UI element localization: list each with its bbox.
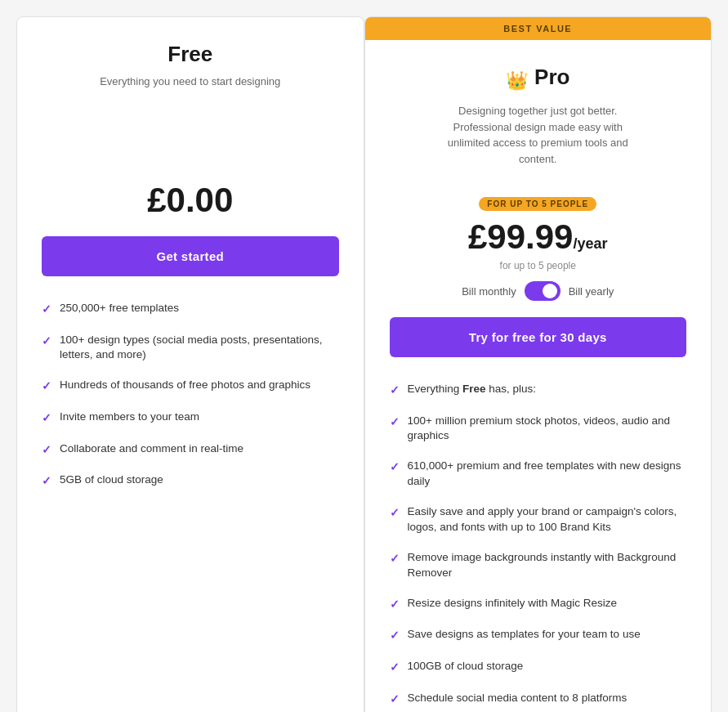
check-icon: ✓ [42, 410, 51, 427]
pro-plan-description: Designing together just got better. Prof… [431, 103, 644, 167]
check-icon: ✓ [42, 334, 51, 350]
check-icon: ✓ [390, 551, 400, 567]
feature-text: 610,000+ premium and free templates with… [408, 459, 687, 490]
check-icon: ✓ [390, 597, 400, 613]
feature-text-intro: Everything Free has, plus: [408, 382, 537, 397]
check-icon: ✓ [42, 378, 51, 395]
check-icon: ✓ [390, 628, 400, 644]
pro-cta-button[interactable]: Try for free for 30 days [390, 317, 687, 357]
check-icon: ✓ [390, 459, 400, 476]
list-item: ✓ Easily save and apply your brand or ca… [390, 504, 687, 535]
list-item: ✓ 100GB of cloud storage [390, 659, 687, 676]
check-icon: ✓ [42, 302, 51, 318]
pro-plan-name: Pro [534, 65, 569, 90]
check-icon: ✓ [390, 692, 400, 708]
feature-text: 100+ million premium stock photos, video… [408, 414, 687, 445]
billing-toggle: Bill monthly Bill yearly [390, 281, 687, 301]
list-item: ✓ 250,000+ free templates [42, 301, 339, 318]
toggle-knob [543, 284, 557, 298]
feature-text: Hundreds of thousands of free photos and… [60, 378, 310, 393]
list-item: ✓ Everything Free has, plus: [390, 382, 687, 399]
list-item: ✓ Save designs as templates for your tea… [390, 627, 687, 644]
pro-cta-section: Try for free for 30 days [365, 317, 712, 374]
feature-text: Schedule social media content to 8 platf… [408, 691, 628, 706]
feature-text: Resize designs infinitely with Magic Res… [408, 596, 618, 611]
feature-text: 100+ design types (social media posts, p… [60, 333, 339, 364]
pro-plan-header: 👑 Pro Designing together just got better… [365, 40, 712, 187]
feature-text: Invite members to your team [60, 410, 199, 425]
free-price: £0.00 [42, 181, 339, 220]
for-people-badge: FOR UP TO 5 PEOPLE [479, 197, 596, 211]
pro-price-row: £99.99/year [390, 217, 687, 257]
free-plan-description: Everything you need to start designing [100, 74, 280, 90]
feature-text: Easily save and apply your brand or camp… [408, 504, 687, 535]
pro-price-period: /year [573, 235, 607, 252]
feature-text: Remove image backgrounds instantly with … [408, 550, 687, 581]
check-icon: ✓ [390, 660, 400, 676]
check-icon: ✓ [42, 473, 51, 490]
list-item: ✓ 610,000+ premium and free templates wi… [390, 459, 687, 490]
feature-text: Collaborate and comment in real-time [60, 441, 243, 457]
free-plan-header: Free Everything you need to start design… [17, 17, 364, 164]
billing-toggle-switch[interactable] [525, 281, 561, 301]
list-item: ✓ 100+ million premium stock photos, vid… [390, 414, 687, 445]
pro-price-section: FOR UP TO 5 PEOPLE £99.99/year for up to… [365, 187, 712, 317]
pricing-container: Free Everything you need to start design… [16, 16, 712, 712]
list-item: ✓ Collaborate and comment in real-time [42, 441, 339, 459]
feature-text: Save designs as templates for your team … [408, 627, 641, 643]
list-item: ✓ Invite members to your team [42, 410, 339, 427]
feature-text: 5GB of cloud storage [60, 472, 163, 488]
free-price-section: £0.00 [17, 164, 364, 236]
crown-icon: 👑 [506, 70, 528, 92]
feature-text: 100GB of cloud storage [408, 659, 524, 674]
pro-price-subtext: for up to 5 people [390, 260, 687, 271]
free-cta-section: Get started [17, 236, 364, 293]
pro-price: £99.99 [468, 217, 573, 256]
best-value-banner: BEST VALUE [365, 17, 712, 40]
list-item: ✓ 5GB of cloud storage [42, 472, 339, 490]
free-features-list: ✓ 250,000+ free templates ✓ 100+ design … [17, 293, 364, 529]
list-item: ✓ Hundreds of thousands of free photos a… [42, 378, 339, 395]
billing-monthly-label: Bill monthly [462, 285, 516, 298]
list-item: ✓ 100+ design types (social media posts,… [42, 333, 339, 364]
list-item: ✓ Resize designs infinitely with Magic R… [390, 596, 687, 613]
check-icon: ✓ [390, 383, 400, 399]
free-plan-name: Free [167, 42, 212, 67]
check-icon: ✓ [390, 414, 400, 431]
feature-text: 250,000+ free templates [60, 301, 179, 316]
free-plan-card: Free Everything you need to start design… [16, 16, 364, 712]
billing-yearly-label: Bill yearly [569, 285, 614, 298]
list-item: ✓ Remove image backgrounds instantly wit… [390, 550, 687, 581]
free-cta-button[interactable]: Get started [42, 236, 339, 276]
list-item: ✓ Schedule social media content to 8 pla… [390, 691, 687, 708]
check-icon: ✓ [42, 442, 51, 459]
check-icon: ✓ [390, 505, 400, 522]
pro-plan-name-row: 👑 Pro [506, 65, 569, 96]
pro-plan-card: BEST VALUE 👑 Pro Designing together just… [364, 16, 712, 712]
pro-features-list: ✓ Everything Free has, plus: ✓ 100+ mill… [365, 374, 712, 712]
